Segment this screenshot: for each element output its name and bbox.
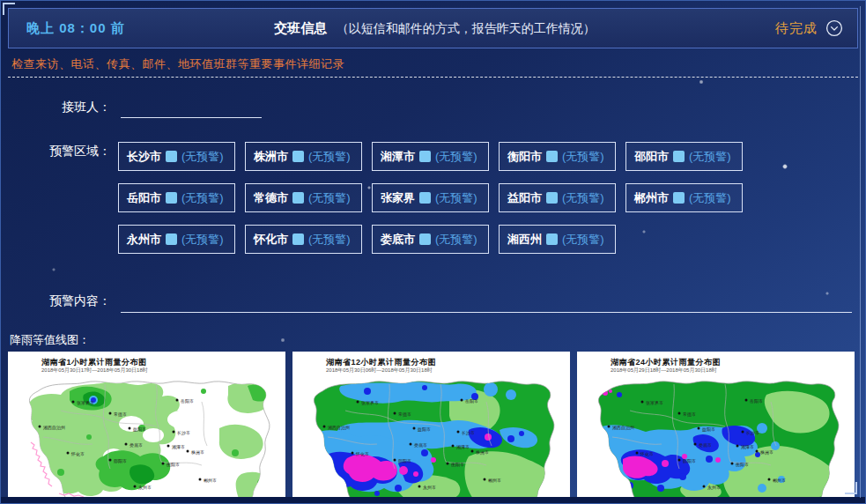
city-checkbox[interactable] (673, 151, 685, 162)
map-city-label: 株洲市 (190, 449, 204, 456)
warning-area-city-box[interactable]: 常德市 (无预警) (245, 183, 362, 212)
header-title-group: 交班信息 （以短信和邮件的方式，报告昨天的工作情况） (203, 20, 667, 37)
warning-area-grid: 长沙市 (无预警) 株洲市 (无预警) 湘潭市 (无预警) 衡阳市 (无预警) … (118, 142, 754, 254)
no-warning-label: (无预警) (308, 149, 351, 165)
city-name: 株洲市 (254, 149, 288, 165)
shift-handover-page: 晚上 08：00 前 交班信息 （以短信和邮件的方式，报告昨天的工作情况） 待完… (0, 0, 866, 504)
city-name: 张家界 (381, 190, 415, 206)
rainfall-map-12h: 湖南省12小时累计雨量分布图 2018年05月30日06时—2018年05月30… (292, 352, 570, 499)
warning-content-label: 预警内容： (1, 293, 111, 309)
map-city-label: 郴州市 (204, 478, 217, 483)
city-name: 湘潭市 (381, 149, 415, 165)
receiver-label: 接班人： (1, 100, 111, 115)
warning-area-city-box[interactable]: 永州市 (无预警) (118, 225, 235, 254)
frame-edge-line (860, 6, 861, 498)
warning-area-city-box[interactable]: 株洲市 (无预警) (245, 142, 362, 171)
map-city-label: 娄底市 (130, 442, 143, 448)
map-city-label: 湘西自治州 (43, 425, 65, 431)
city-checkbox[interactable] (546, 151, 558, 162)
no-warning-label: (无预警) (562, 190, 604, 206)
map-subtitle: 2018年05月30日06时—2018年05月30日18时 (326, 367, 433, 374)
warning-area-city-box[interactable]: 郴州市 (无预警) (625, 183, 743, 212)
city-checkbox[interactable] (419, 151, 431, 162)
city-name: 常德市 (254, 190, 288, 206)
map-city-label: 湘潭市 (172, 444, 185, 450)
map-city-label: 长沙市 (177, 430, 190, 436)
city-name: 衡阳市 (507, 149, 542, 165)
frame-corner-bottom-right (845, 482, 857, 494)
warning-area-city-box[interactable]: 娄底市 (无预警) (372, 225, 489, 254)
rainfall-map-24h-image (577, 375, 855, 499)
city-checkbox[interactable] (166, 192, 177, 204)
city-checkbox[interactable] (673, 192, 685, 204)
status-area: 待完成 (667, 19, 857, 37)
page-title: 交班信息 (274, 20, 327, 35)
map-subtitle: 2018年05月30日17时—2018年05月30日18时 (41, 367, 148, 374)
no-warning-label: (无预警) (562, 232, 604, 248)
notice-text: 检查来访、电话、传真、邮件、地环值班群等重要事件详细记录 (11, 56, 344, 72)
map-city-label: 永州市 (138, 485, 152, 490)
city-checkbox[interactable] (419, 192, 431, 204)
rainfall-map-12h-image (292, 375, 570, 499)
map-city-label: 岳阳市 (180, 398, 194, 404)
no-warning-label: (无预警) (181, 190, 224, 206)
city-name: 益阳市 (507, 190, 542, 206)
city-checkbox[interactable] (166, 151, 177, 162)
chevron-down-circle-icon (825, 19, 843, 37)
dashed-separator (8, 77, 858, 78)
warning-area-city-box[interactable]: 长沙市 (无预警) (118, 142, 235, 171)
no-warning-label: (无预警) (308, 190, 351, 206)
bottom-bar (1, 497, 865, 503)
city-name: 岳阳市 (127, 190, 161, 206)
map-city-label: 衡阳市 (167, 462, 180, 468)
city-name: 永州市 (127, 232, 161, 248)
warning-area-city-box[interactable]: 邵阳市 (无预警) (625, 142, 743, 171)
warning-area-city-box[interactable]: 湘西州 (无预警) (499, 225, 616, 254)
map-city-label: 常德市 (114, 411, 127, 418)
map-city-label: 怀化市 (70, 451, 85, 457)
city-checkbox[interactable] (292, 192, 304, 204)
city-checkbox[interactable] (419, 233, 431, 245)
rainfall-maps-row: 湖南省1小时累计雨量分布图 2018年05月30日17时—2018年05月30日… (8, 352, 855, 499)
city-name: 长沙市 (127, 149, 161, 165)
no-warning-label: (无预警) (562, 149, 604, 165)
warning-area-city-box[interactable]: 湘潭市 (无预警) (372, 142, 489, 171)
city-name: 湘西州 (507, 232, 542, 248)
receiver-input[interactable] (121, 100, 262, 118)
city-name: 娄底市 (381, 232, 415, 248)
city-name: 郴州市 (634, 190, 669, 206)
warning-area-city-box[interactable]: 张家界 (无预警) (372, 183, 489, 212)
no-warning-label: (无预警) (689, 149, 731, 165)
map-city-label: 益阳市 (133, 426, 146, 433)
city-checkbox[interactable] (292, 233, 304, 245)
warning-area-city-box[interactable]: 岳阳市 (无预警) (118, 183, 235, 212)
no-warning-label: (无预警) (181, 149, 224, 165)
map-city-label: 张家界市 (77, 400, 94, 406)
rainfall-map-1h: 湖南省1小时累计雨量分布图 2018年05月30日17时—2018年05月30日… (8, 352, 285, 499)
warning-content-input[interactable] (121, 294, 852, 313)
no-warning-label: (无预警) (435, 232, 477, 248)
header-bar: 晚上 08：00 前 交班信息 （以短信和邮件的方式，报告昨天的工作情况） 待完… (8, 8, 858, 48)
city-name: 怀化市 (254, 232, 288, 248)
city-checkbox[interactable] (166, 233, 177, 245)
warning-area-city-box[interactable]: 衡阳市 (无预警) (499, 142, 616, 171)
city-checkbox[interactable] (546, 192, 558, 204)
rainfall-map-24h: 湖南省24小时累计雨量分布图 2018年05月29日18时—2018年05月30… (577, 352, 855, 499)
warning-area-city-box[interactable]: 怀化市 (无预警) (245, 225, 362, 254)
deadline-label: 晚上 08：00 前 (9, 20, 203, 37)
no-warning-label: (无预警) (689, 190, 731, 206)
warning-area-label: 预警区域： (1, 144, 111, 159)
frame-corner-top-left (3, 3, 15, 15)
map-city-label: 邵阳市 (114, 458, 127, 464)
status-badge: 待完成 (775, 20, 818, 37)
collapse-toggle-button[interactable] (825, 19, 843, 37)
map-subtitle: 2018年05月29日18时—2018年05月30日18时 (611, 367, 717, 374)
no-warning-label: (无预警) (308, 232, 351, 248)
city-name: 邵阳市 (634, 149, 669, 165)
no-warning-label: (无预警) (181, 232, 224, 248)
rainfall-map-1h-image: 张家界市 常德市 岳阳市 益阳市 长沙市 湘潭市 株洲市 衡阳市 邵阳市 娄底市… (8, 375, 285, 499)
city-checkbox[interactable] (292, 151, 304, 162)
no-warning-label: (无预警) (435, 190, 477, 206)
city-checkbox[interactable] (546, 233, 558, 245)
warning-area-city-box[interactable]: 益阳市 (无预警) (499, 183, 616, 212)
